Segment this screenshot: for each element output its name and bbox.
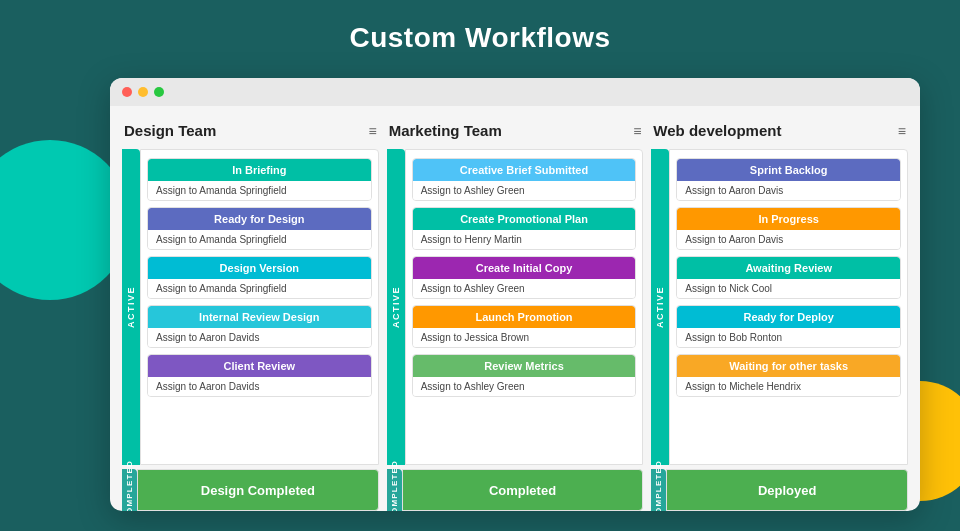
task-card-header-wd-1: Sprint Backlog (677, 159, 900, 181)
task-card-mt-1[interactable]: Creative Brief SubmittedAssign to Ashley… (412, 158, 637, 201)
task-card-wd-2[interactable]: In ProgressAssign to Aaron Davis (676, 207, 901, 250)
task-card-wd-3[interactable]: Awaiting ReviewAssign to Nick Cool (676, 256, 901, 299)
completed-row-web-development: COMPLETEDDeployed (651, 469, 908, 511)
task-card-header-dt-4: Internal Review Design (148, 306, 371, 328)
task-card-header-dt-3: Design Version (148, 257, 371, 279)
active-area-design-team: ACTIVEIn BriefingAssign to Amanda Spring… (122, 149, 379, 465)
column-menu-icon-marketing-team[interactable]: ≡ (633, 123, 641, 139)
task-card-body-dt-1: Assign to Amanda Springfield (148, 181, 371, 200)
task-card-body-dt-4: Assign to Aaron Davids (148, 328, 371, 347)
task-card-body-wd-4: Assign to Bob Ronton (677, 328, 900, 347)
column-header-marketing-team: Marketing Team≡ (387, 122, 644, 139)
task-card-body-dt-3: Assign to Amanda Springfield (148, 279, 371, 298)
task-card-body-wd-2: Assign to Aaron Davis (677, 230, 900, 249)
completed-card-design-team[interactable]: Design Completed (137, 469, 379, 511)
column-menu-icon-web-development[interactable]: ≡ (898, 123, 906, 139)
task-card-body-wd-1: Assign to Aaron Davis (677, 181, 900, 200)
cards-area-design-team: In BriefingAssign to Amanda SpringfieldR… (140, 149, 379, 465)
task-card-header-mt-4: Launch Promotion (413, 306, 636, 328)
active-area-marketing-team: ACTIVECreative Brief SubmittedAssign to … (387, 149, 644, 465)
task-card-mt-5[interactable]: Review MetricsAssign to Ashley Green (412, 354, 637, 397)
active-label-design-team: ACTIVE (122, 149, 140, 465)
task-card-header-wd-2: In Progress (677, 208, 900, 230)
task-card-header-dt-5: Client Review (148, 355, 371, 377)
task-card-header-dt-1: In Briefing (148, 159, 371, 181)
column-marketing-team: Marketing Team≡ACTIVECreative Brief Subm… (387, 122, 644, 511)
task-card-wd-1[interactable]: Sprint BacklogAssign to Aaron Davis (676, 158, 901, 201)
column-header-web-development: Web development≡ (651, 122, 908, 139)
column-title-design-team: Design Team (124, 122, 216, 139)
task-card-header-mt-1: Creative Brief Submitted (413, 159, 636, 181)
task-card-body-wd-3: Assign to Nick Cool (677, 279, 900, 298)
browser-dot-green (154, 87, 164, 97)
task-card-body-mt-5: Assign to Ashley Green (413, 377, 636, 396)
task-card-body-mt-2: Assign to Henry Martin (413, 230, 636, 249)
browser-dot-red (122, 87, 132, 97)
task-card-mt-3[interactable]: Create Initial CopyAssign to Ashley Gree… (412, 256, 637, 299)
task-card-dt-1[interactable]: In BriefingAssign to Amanda Springfield (147, 158, 372, 201)
active-label-marketing-team: ACTIVE (387, 149, 405, 465)
task-card-body-mt-3: Assign to Ashley Green (413, 279, 636, 298)
task-card-wd-5[interactable]: Waiting for other tasksAssign to Michele… (676, 354, 901, 397)
cards-area-marketing-team: Creative Brief SubmittedAssign to Ashley… (405, 149, 644, 465)
browser-bar (110, 78, 920, 106)
task-card-body-dt-2: Assign to Amanda Springfield (148, 230, 371, 249)
task-card-dt-4[interactable]: Internal Review DesignAssign to Aaron Da… (147, 305, 372, 348)
column-header-design-team: Design Team≡ (122, 122, 379, 139)
task-card-mt-2[interactable]: Create Promotional PlanAssign to Henry M… (412, 207, 637, 250)
cards-area-web-development: Sprint BacklogAssign to Aaron DavisIn Pr… (669, 149, 908, 465)
task-card-dt-3[interactable]: Design VersionAssign to Amanda Springfie… (147, 256, 372, 299)
task-card-body-wd-5: Assign to Michele Hendrix (677, 377, 900, 396)
task-card-header-wd-3: Awaiting Review (677, 257, 900, 279)
task-card-header-mt-3: Create Initial Copy (413, 257, 636, 279)
task-card-dt-5[interactable]: Client ReviewAssign to Aaron Davids (147, 354, 372, 397)
task-card-header-wd-4: Ready for Deploy (677, 306, 900, 328)
task-card-body-mt-1: Assign to Ashley Green (413, 181, 636, 200)
browser-content: Design Team≡ACTIVEIn BriefingAssign to A… (110, 106, 920, 511)
task-card-mt-4[interactable]: Launch PromotionAssign to Jessica Brown (412, 305, 637, 348)
column-title-web-development: Web development (653, 122, 781, 139)
browser-window: Design Team≡ACTIVEIn BriefingAssign to A… (110, 78, 920, 511)
task-card-header-dt-2: Ready for Design (148, 208, 371, 230)
column-title-marketing-team: Marketing Team (389, 122, 502, 139)
completed-card-web-development[interactable]: Deployed (666, 469, 908, 511)
completed-label-design-team: COMPLETED (122, 469, 137, 511)
column-web-development: Web development≡ACTIVESprint BacklogAssi… (651, 122, 908, 511)
task-card-wd-4[interactable]: Ready for DeployAssign to Bob Ronton (676, 305, 901, 348)
active-label-web-development: ACTIVE (651, 149, 669, 465)
task-card-header-mt-2: Create Promotional Plan (413, 208, 636, 230)
page-title: Custom Workflows (0, 0, 960, 70)
completed-card-marketing-team[interactable]: Completed (402, 469, 644, 511)
completed-label-web-development: COMPLETED (651, 469, 666, 511)
task-card-header-mt-5: Review Metrics (413, 355, 636, 377)
task-card-header-wd-5: Waiting for other tasks (677, 355, 900, 377)
browser-dot-yellow (138, 87, 148, 97)
task-card-body-mt-4: Assign to Jessica Brown (413, 328, 636, 347)
column-design-team: Design Team≡ACTIVEIn BriefingAssign to A… (122, 122, 379, 511)
active-area-web-development: ACTIVESprint BacklogAssign to Aaron Davi… (651, 149, 908, 465)
task-card-dt-2[interactable]: Ready for DesignAssign to Amanda Springf… (147, 207, 372, 250)
column-menu-icon-design-team[interactable]: ≡ (369, 123, 377, 139)
completed-row-marketing-team: COMPLETEDCompleted (387, 469, 644, 511)
task-card-body-dt-5: Assign to Aaron Davids (148, 377, 371, 396)
completed-row-design-team: COMPLETEDDesign Completed (122, 469, 379, 511)
completed-label-marketing-team: COMPLETED (387, 469, 402, 511)
